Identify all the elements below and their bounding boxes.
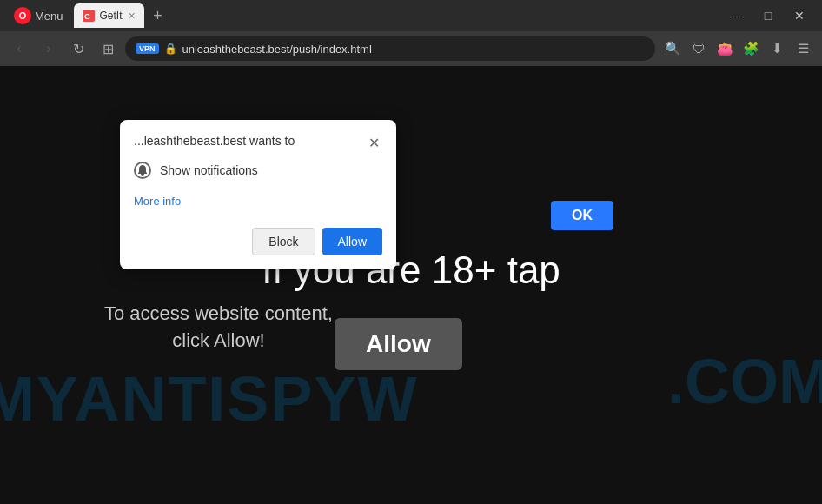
vpn-badge: VPN [136, 43, 159, 54]
url-bar[interactable]: VPN 🔒 unleashthebeast.best/push/index.ht… [125, 36, 655, 61]
grid-icon: ⊞ [103, 41, 114, 57]
block-button[interactable]: Block [252, 228, 315, 255]
browser-frame: O Menu G GetIt ✕ + — □ ✕ [0, 0, 822, 504]
active-tab[interactable]: G GetIt ✕ [74, 3, 144, 28]
lock-icon: 🔒 [164, 43, 177, 55]
extensions-button[interactable]: 🧩 [739, 36, 763, 61]
more-info-link[interactable]: More info [134, 195, 181, 208]
tabs-area: G GetIt ✕ + [74, 3, 711, 28]
watermark-right: .COM [667, 346, 822, 417]
allow-button[interactable]: Allow [322, 228, 382, 255]
wallet-icon: 👛 [717, 41, 733, 56]
refresh-button[interactable]: ↻ [66, 36, 90, 61]
tab-favicon: G [83, 10, 95, 22]
url-path: /push/index.html [289, 43, 372, 56]
download-icon: ⬇ [772, 41, 783, 56]
minimize-button[interactable]: — [721, 0, 752, 31]
instruction-text: To access website content, click Allow! [104, 301, 333, 355]
search-icon: 🔍 [665, 41, 681, 56]
notification-icon [134, 162, 151, 179]
download-button[interactable]: ⬇ [765, 36, 789, 61]
menu-button[interactable]: O Menu [7, 3, 70, 28]
new-tab-button[interactable]: + [146, 3, 170, 28]
extensions-icon: 🧩 [743, 41, 759, 56]
dialog-header: ...leashthebeast.best wants to ✕ [120, 120, 396, 158]
tab-close-button[interactable]: ✕ [128, 10, 136, 22]
notification-label: Show notifications [160, 163, 258, 177]
dialog-close-button[interactable]: ✕ [365, 134, 382, 151]
ok-button[interactable]: OK [551, 201, 613, 230]
shield-icon: 🛡 [693, 42, 706, 56]
back-button[interactable]: ‹ [7, 36, 31, 61]
menu-icon-button[interactable]: ☰ [791, 36, 815, 61]
dialog-title: ...leashthebeast.best wants to [134, 134, 365, 148]
page-allow-button[interactable]: Allow [335, 318, 462, 370]
instruction-line2: click Allow! [172, 329, 264, 351]
close-button[interactable]: ✕ [784, 0, 815, 31]
search-button[interactable]: 🔍 [660, 36, 685, 61]
svg-text:G: G [84, 12, 90, 21]
address-bar: ‹ › ↻ ⊞ VPN 🔒 unleashthebeast.best/push/… [0, 31, 822, 66]
maximize-button[interactable]: □ [752, 0, 784, 31]
dialog-buttons: Block Allow [120, 221, 396, 269]
minimize-icon: — [731, 9, 743, 23]
back-icon: ‹ [17, 41, 21, 56]
menu-label: Menu [35, 10, 63, 23]
toolbar-icons: 🔍 🛡 👛 🧩 ⬇ ☰ [660, 36, 815, 61]
instruction-line1: To access website content, [104, 302, 333, 324]
page-content: MYANTISPYW .COM AGE If you are 18+ tap T… [0, 66, 822, 504]
hamburger-icon: ☰ [798, 41, 809, 56]
forward-button[interactable]: › [36, 36, 61, 61]
url-text: unleashthebeast.best/push/index.html [182, 43, 372, 56]
grid-button[interactable]: ⊞ [96, 36, 120, 61]
url-domain: unleashthebeast.best [182, 43, 290, 56]
watermark-left: MYANTISPYW [0, 363, 418, 434]
close-icon: ✕ [794, 9, 805, 23]
wallet-button[interactable]: 👛 [713, 36, 737, 61]
forward-icon: › [46, 41, 50, 56]
refresh-icon: ↻ [73, 41, 84, 57]
shield-button[interactable]: 🛡 [686, 36, 711, 61]
more-info-area: More info [120, 193, 396, 221]
opera-icon: O [14, 7, 31, 24]
permission-dialog: ...leashthebeast.best wants to ✕ Show no… [120, 120, 396, 269]
tab-title: GetIt [100, 10, 123, 22]
dialog-notification-row: Show notifications [120, 158, 396, 193]
title-bar: O Menu G GetIt ✕ + — □ ✕ [0, 0, 822, 31]
maximize-icon: □ [765, 9, 772, 23]
window-controls: — □ ✕ [721, 0, 815, 31]
